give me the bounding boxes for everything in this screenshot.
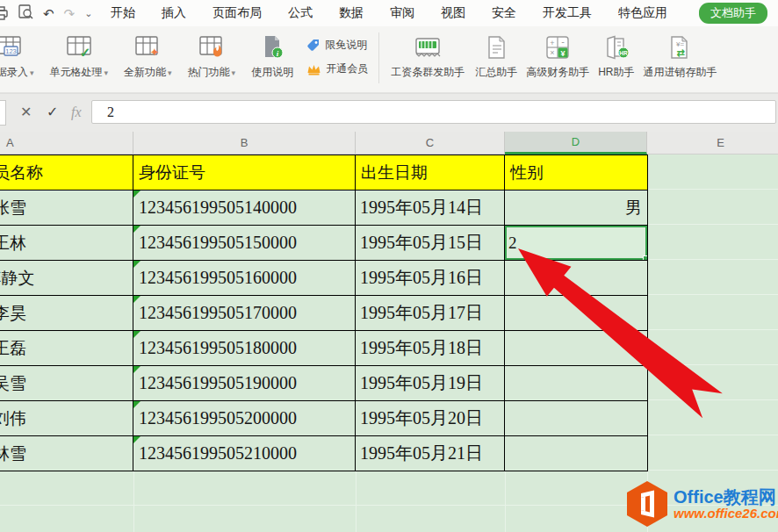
cell-gender[interactable]	[505, 436, 648, 471]
menu-tab-公式[interactable]: 公式	[288, 5, 313, 21]
confirm-entry-icon[interactable]: ✓	[47, 94, 58, 130]
ribbon-button-payslip-assistant[interactable]: 工资条群发助手	[391, 31, 465, 80]
redo-icon[interactable]: ↷	[64, 7, 76, 20]
number-as-text-triangle-icon	[133, 261, 140, 268]
printer-icon[interactable]	[0, 5, 9, 21]
cell-id-number[interactable]: 123456199505200000	[133, 401, 356, 436]
ribbon-button-label: 高级财务助手	[526, 65, 589, 80]
svg-text:-: -	[561, 36, 565, 47]
number-as-text-triangle-icon	[133, 401, 140, 408]
cell-gender[interactable]: 男	[505, 191, 648, 226]
doc-assistant-pill[interactable]: 文档助手	[699, 3, 767, 24]
menu-tab-安全[interactable]: 安全	[492, 5, 516, 21]
cell-birthdate[interactable]: 1995年05月17日	[356, 296, 505, 331]
customize-toolbar-chevron-icon[interactable]: ⌄	[84, 9, 92, 18]
cell-id-number[interactable]: 123456199505170000	[133, 296, 356, 331]
gridline	[356, 471, 357, 532]
cell-name[interactable]: 李静文	[0, 261, 133, 296]
menu-tab-审阅[interactable]: 审阅	[390, 5, 414, 21]
svg-text:✓: ✓	[80, 45, 91, 60]
cell-id-number[interactable]: 123456199505190000	[133, 366, 356, 401]
ribbon-button-cell-processing[interactable]: ✓ 单元格处理▾	[50, 31, 109, 80]
column-header-E[interactable]: E	[647, 132, 778, 155]
hr-badge-icon: HR	[602, 31, 630, 63]
menu-tab-特色应用[interactable]: 特色应用	[618, 5, 667, 21]
cell-birthdate[interactable]: 1995年05月18日	[356, 331, 505, 366]
cell-name[interactable]: 刘伟	[0, 401, 133, 436]
svg-text:+: +	[550, 38, 554, 47]
cell-birthdate[interactable]: 1995年05月20日	[356, 401, 505, 436]
header-cell-3[interactable]: 出生日期	[356, 155, 505, 191]
number-as-text-triangle-icon	[133, 191, 140, 198]
ribbon-button-label: 单元格处理	[50, 65, 103, 80]
column-header-A[interactable]: A	[0, 132, 133, 155]
ribbon-toolbar: 123 数据录入▾ ✓ 单元格处理▾ ✦ 全新功能▾ 热门功能▾ i	[0, 26, 778, 93]
cell-id-number[interactable]: 123456199505140000	[133, 191, 356, 226]
cancel-entry-icon[interactable]: ✕	[20, 94, 32, 130]
menu-tab-开始[interactable]: 开始	[111, 5, 135, 21]
dropdown-caret-icon: ▾	[30, 68, 34, 77]
gridlines-below	[0, 471, 647, 532]
cell-birthdate[interactable]: 1995年05月14日	[356, 191, 505, 226]
menu-bar: ↶ ↷ ⌄ 开始插入页面布局公式数据审阅视图安全开发工具特色应用 文档助手 查	[0, 0, 778, 26]
menu-tab-页面布局[interactable]: 页面布局	[213, 5, 262, 21]
formula-value: 2	[107, 104, 114, 119]
cell-birthdate[interactable]: 1995年05月16日	[356, 261, 505, 296]
menu-tab-开发工具[interactable]: 开发工具	[543, 5, 592, 21]
dropdown-caret-icon: ▾	[104, 68, 109, 77]
ribbon-button-inventory-assistant[interactable]: ¥=⇄ 通用进销存助手	[643, 31, 717, 80]
cell-birthdate[interactable]: 1995年05月19日	[356, 366, 505, 401]
cell-name[interactable]: 林雪	[0, 436, 133, 471]
crown-icon	[306, 63, 321, 75]
header-cell-1[interactable]: 人员名称	[0, 155, 133, 191]
tag-icon	[306, 39, 321, 53]
calculator-icon: +-×¥	[544, 31, 571, 63]
table-row: 张雪1234561995051400001995年05月14日男	[0, 191, 648, 226]
dropdown-caret-icon: ▾	[232, 68, 236, 77]
header-cell-4[interactable]: 性别	[505, 155, 648, 191]
ribbon-button-new-features[interactable]: ✦ 全新功能▾	[124, 31, 172, 80]
ribbon-button-label: 使用说明	[251, 65, 293, 80]
menu-tab-视图[interactable]: 视图	[441, 5, 465, 21]
ribbon-button-summary-assistant[interactable]: 汇总助手	[475, 31, 517, 80]
insert-function-icon[interactable]: fx	[71, 94, 82, 130]
cell-id-number[interactable]: 123456199505210000	[133, 436, 356, 471]
svg-text:⇄: ⇄	[677, 47, 686, 58]
promo-free-notice[interactable]: 限免说明	[306, 38, 368, 53]
ribbon-button-finance-assistant[interactable]: +-×¥ 高级财务助手	[526, 31, 589, 80]
cell-birthdate[interactable]: 1995年05月15日	[356, 226, 505, 261]
cell-id-number[interactable]: 123456199505150000	[133, 226, 356, 261]
formula-input[interactable]: 2	[91, 100, 776, 124]
column-header-B[interactable]: B	[133, 132, 356, 155]
header-cell-2[interactable]: 身份证号	[133, 155, 356, 191]
cell-name[interactable]: 王磊	[0, 331, 133, 366]
promo-membership[interactable]: 开通会员	[306, 61, 368, 76]
print-preview-icon[interactable]	[18, 4, 33, 23]
ribbon-button-instructions[interactable]: i 使用说明	[251, 31, 293, 80]
cell-id-number[interactable]: 123456199505180000	[133, 331, 356, 366]
cell-name[interactable]: 张雪	[0, 191, 133, 226]
ribbon-button-hot-features[interactable]: 热门功能▾	[188, 31, 236, 80]
svg-text:HR: HR	[619, 50, 628, 56]
column-header-D-selected[interactable]: D	[505, 132, 647, 155]
summary-doc-icon	[485, 31, 508, 63]
watermark-site-url: www.office26.com	[674, 507, 778, 521]
column-header-C[interactable]: C	[356, 132, 505, 155]
cell-id-number[interactable]: 123456199505160000	[133, 261, 356, 296]
ribbon-button-data-entry[interactable]: 123 数据录入▾	[0, 31, 34, 80]
cell-birthdate[interactable]: 1995年05月21日	[356, 436, 505, 471]
ribbon-button-label: 汇总助手	[475, 65, 517, 80]
table-header-row: 人员名称身份证号出生日期性别	[0, 155, 648, 191]
red-annotation-arrow	[492, 228, 755, 421]
svg-text:¥: ¥	[561, 48, 565, 57]
cell-name[interactable]: 李昊	[0, 296, 133, 331]
ribbon-button-hr-assistant[interactable]: HR HR助手	[598, 31, 634, 80]
menu-tab-数据[interactable]: 数据	[339, 5, 364, 21]
cell-name[interactable]: 王林	[0, 226, 133, 261]
name-box[interactable]	[0, 100, 6, 126]
quick-access-toolbar: ↶ ↷ ⌄	[0, 4, 111, 23]
cell-name[interactable]: 吴雪	[0, 366, 133, 401]
undo-icon[interactable]: ↶	[43, 7, 54, 20]
menu-tabs: 开始插入页面布局公式数据审阅视图安全开发工具特色应用	[111, 5, 694, 21]
menu-tab-插入[interactable]: 插入	[162, 5, 186, 21]
